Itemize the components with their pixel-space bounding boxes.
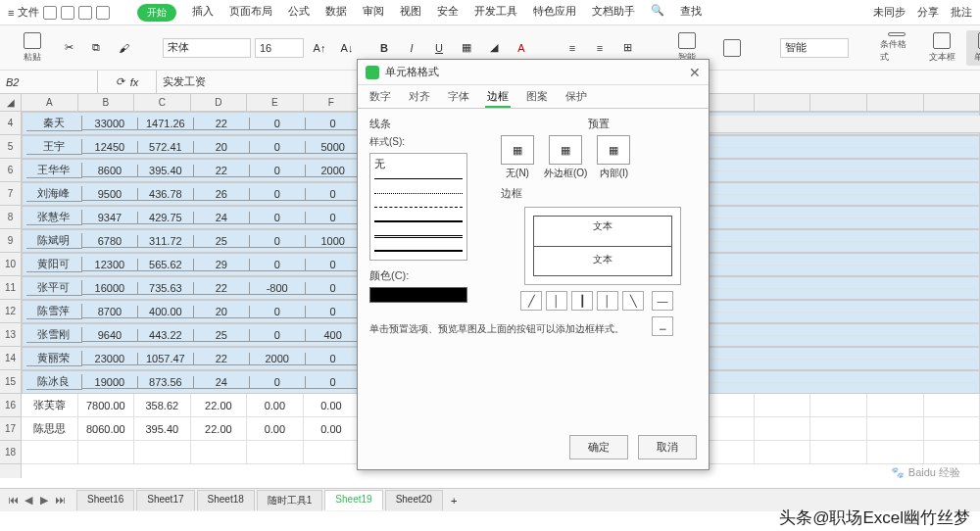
row-header[interactable]: 11: [0, 276, 21, 300]
cell[interactable]: [22, 441, 78, 464]
border-diag-up-button[interactable]: ╱: [520, 291, 542, 311]
row-header[interactable]: 10: [0, 253, 21, 276]
search-icon[interactable]: 🔍: [651, 4, 664, 22]
fx-button[interactable]: ⟳fx: [98, 71, 157, 93]
tab-doc[interactable]: 文档助手: [592, 4, 635, 22]
cell[interactable]: 8060.00: [78, 417, 135, 441]
col-header[interactable]: A: [22, 94, 78, 111]
col-header[interactable]: D: [191, 94, 248, 111]
cell[interactable]: 0: [250, 235, 306, 248]
font-select[interactable]: 宋体: [163, 38, 251, 58]
cell[interactable]: [134, 441, 191, 464]
cell[interactable]: 429.75: [138, 212, 194, 224]
sheet-tab[interactable]: Sheet20: [385, 490, 443, 510]
cell[interactable]: 873.56: [138, 376, 194, 389]
cell[interactable]: 22.00: [191, 417, 248, 441]
cell[interactable]: 22: [194, 282, 250, 295]
cell[interactable]: 26: [194, 188, 250, 201]
tab-data[interactable]: 数据: [325, 4, 347, 22]
cell[interactable]: 0.00: [247, 417, 304, 441]
close-icon[interactable]: ✕: [689, 65, 701, 80]
cell[interactable]: 0: [250, 376, 306, 389]
save-icon[interactable]: [43, 6, 57, 20]
cell[interactable]: 王宇: [26, 139, 82, 155]
cell[interactable]: 9500: [82, 188, 138, 201]
name-box[interactable]: B2: [0, 71, 98, 93]
row-header[interactable]: 8: [0, 206, 21, 229]
tab-special[interactable]: 特色应用: [533, 4, 576, 22]
cell[interactable]: 9347: [82, 212, 138, 224]
row-header[interactable]: 4: [0, 112, 21, 135]
cell[interactable]: 572.41: [138, 141, 194, 154]
cell[interactable]: 22: [194, 118, 250, 130]
cell[interactable]: [247, 441, 304, 464]
cell[interactable]: 8700: [82, 306, 138, 318]
cell[interactable]: 12300: [82, 259, 138, 271]
cell[interactable]: 0: [306, 353, 362, 365]
cell[interactable]: 436.78: [138, 188, 194, 201]
cell[interactable]: 400: [306, 329, 362, 342]
cell[interactable]: 刘海峰: [26, 186, 82, 202]
cell[interactable]: 0: [306, 212, 362, 224]
cell[interactable]: 王华华: [26, 163, 82, 178]
tab-review[interactable]: 审阅: [363, 4, 384, 22]
row-header[interactable]: 12: [0, 300, 21, 323]
share-button[interactable]: 分享: [917, 5, 939, 20]
border-middle-button[interactable]: —: [652, 291, 673, 311]
cell[interactable]: 0: [250, 329, 306, 342]
border-right-button[interactable]: │: [597, 291, 618, 311]
border-left-button[interactable]: │: [546, 291, 567, 311]
tab-view[interactable]: 视图: [400, 4, 421, 22]
number-format-button[interactable]: [711, 30, 753, 66]
cell[interactable]: 黄阳可: [26, 257, 82, 272]
cell[interactable]: 395.40: [138, 165, 194, 177]
cell[interactable]: 22: [194, 165, 250, 177]
cell[interactable]: 0: [250, 118, 306, 130]
cell[interactable]: 0: [306, 259, 362, 271]
cell[interactable]: 1000: [306, 235, 362, 248]
style-dashed[interactable]: [374, 202, 463, 213]
paste-button[interactable]: 粘贴: [12, 30, 53, 66]
cell[interactable]: 20: [194, 141, 250, 154]
cell[interactable]: 陈雪萍: [26, 304, 82, 319]
cell[interactable]: 358.62: [134, 394, 191, 417]
row-header[interactable]: 14: [0, 347, 21, 370]
col-header[interactable]: B: [78, 94, 135, 111]
sheet-nav-button[interactable]: ⏭: [53, 494, 67, 507]
row-header[interactable]: 7: [0, 182, 21, 206]
row-header[interactable]: 18: [0, 441, 21, 464]
cut-button[interactable]: ✂: [57, 30, 80, 66]
cell[interactable]: 2000: [250, 353, 306, 365]
cell[interactable]: 陈冰良: [26, 374, 82, 390]
tab-home[interactable]: 开始: [137, 4, 176, 22]
cell[interactable]: 22.00: [191, 394, 248, 417]
tab-pagelayout[interactable]: 页面布局: [229, 4, 272, 22]
cell[interactable]: 陈斌明: [26, 233, 82, 249]
cell[interactable]: 22: [194, 353, 250, 365]
col-header[interactable]: C: [134, 94, 191, 111]
cell[interactable]: 1057.47: [138, 353, 194, 365]
sheet-nav-button[interactable]: ▶: [37, 494, 51, 507]
cell-style-select[interactable]: 智能: [780, 38, 849, 58]
cell[interactable]: 0: [306, 282, 362, 295]
table-format-button[interactable]: 文本框: [921, 30, 962, 66]
cell[interactable]: 12450: [82, 141, 138, 154]
sync-status[interactable]: 未同步: [873, 5, 906, 20]
tab-formula[interactable]: 公式: [288, 4, 310, 22]
copy-button[interactable]: ⧉: [84, 30, 108, 66]
cell[interactable]: [191, 441, 248, 464]
cell[interactable]: 1471.26: [138, 118, 194, 130]
cell[interactable]: 33000: [82, 118, 138, 130]
increase-font-button[interactable]: A↑: [308, 30, 331, 66]
cell[interactable]: [78, 441, 135, 464]
cell[interactable]: 735.63: [138, 282, 194, 295]
cell[interactable]: 0: [306, 306, 362, 318]
preset-button[interactable]: ▦内部(I): [597, 135, 630, 180]
cell[interactable]: 24: [194, 212, 250, 224]
cond-format-button[interactable]: 条件格式: [876, 30, 917, 66]
cell[interactable]: 张慧华: [26, 210, 82, 225]
dialog-tab[interactable]: 保护: [564, 85, 589, 108]
cell[interactable]: 395.40: [134, 417, 191, 441]
cell[interactable]: 0.00: [304, 394, 361, 417]
cell[interactable]: 24: [194, 376, 250, 389]
